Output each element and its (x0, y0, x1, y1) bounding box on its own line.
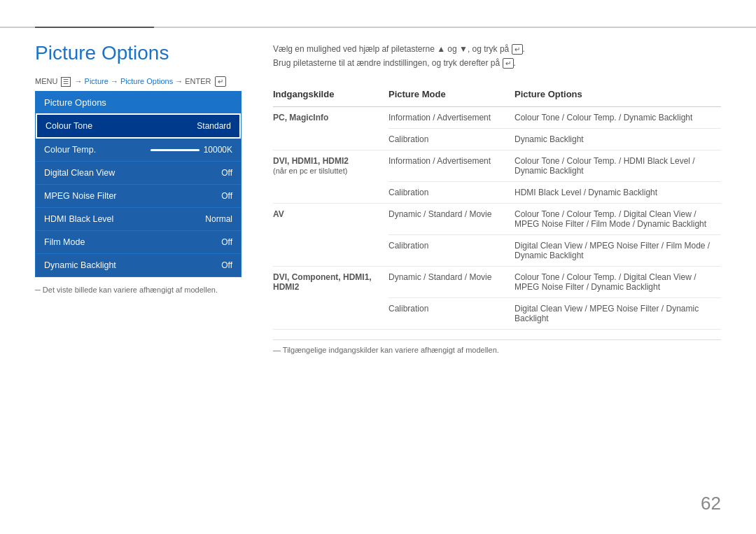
source-name: AV (273, 209, 284, 219)
enter-icon-2: ↵ (503, 58, 514, 69)
source-cell-dvi1: DVI, HDMI1, HDMI2 (når en pc er tilslutt… (273, 150, 388, 203)
table-row: AV Dynamic / Standard / Movie Colour Ton… (273, 203, 721, 234)
mode-cell: Information / Advertisement (388, 150, 514, 181)
menu-item-hdmi-black-level[interactable]: HDMI Black Level Normal (36, 208, 241, 231)
menu-item-film-mode[interactable]: Film Mode Off (36, 231, 241, 254)
source-sub: (når en pc er tilsluttet) (273, 167, 347, 175)
instruction-line2: Brug piletasterne til at ændre indstilli… (273, 56, 721, 70)
menu-item-label: MPEG Noise Filter (44, 191, 117, 201)
mode-cell: Calibration (388, 181, 514, 203)
source-cell-pc: PC, MagicInfo (273, 106, 388, 150)
table-row: PC, MagicInfo Information / Advertisemen… (273, 106, 721, 128)
options-cell: HDMI Black Level / Dynamic Backlight (514, 181, 721, 203)
enter-icon-1: ↵ (512, 44, 523, 55)
menu-item-value: Off (221, 168, 232, 178)
table-row: DVI, Component, HDMI1, HDMI2 Dynamic / S… (273, 266, 721, 297)
menu-box: Picture Options Colour Tone Standard Col… (35, 91, 241, 277)
menu-item-value: Normal (205, 214, 232, 224)
menu-box-title: Picture Options (36, 92, 241, 113)
menu-item-label: HDMI Black Level (44, 214, 113, 224)
header-options: Picture Options (514, 83, 721, 107)
breadcrumb-enter: ENTER (185, 77, 211, 85)
menu-item-value: 10000K (150, 145, 232, 155)
menu-item-dynamic-backlight[interactable]: Dynamic Backlight Off (36, 254, 241, 276)
source-name: DVI, Component, HDMI1, HDMI2 (273, 272, 372, 292)
mode-cell: Calibration (388, 297, 514, 329)
menu-icon: ☰ (61, 77, 71, 87)
menu-item-value: Off (221, 191, 232, 201)
header-source: Indgangskilde (273, 83, 388, 107)
source-cell-av: AV (273, 203, 388, 266)
menu-item-value: Off (221, 260, 232, 270)
menu-item-label: Film Mode (44, 237, 85, 247)
menu-item-colour-tone[interactable]: Colour Tone Standard (36, 113, 241, 139)
menu-item-value: Off (221, 237, 232, 247)
options-cell: Colour Tone / Colour Temp. / Digital Cle… (514, 266, 721, 297)
options-cell: Dynamic Backlight (514, 128, 721, 150)
menu-item-label: Dynamic Backlight (44, 260, 116, 270)
menu-item-mpeg-noise-filter[interactable]: MPEG Noise Filter Off (36, 185, 241, 208)
page-number: 62 (701, 493, 721, 514)
mode-cell: Calibration (388, 234, 514, 266)
temp-bar (150, 149, 200, 151)
table-row: DVI, HDMI1, HDMI2 (når en pc er tilslutt… (273, 150, 721, 181)
menu-item-value: Standard (197, 121, 231, 131)
menu-item-label: Colour Temp. (44, 145, 96, 155)
menu-item-label: Digital Clean View (44, 168, 115, 178)
top-line-accent (35, 27, 154, 28)
breadcrumb-picture: Picture (85, 77, 108, 85)
breadcrumb-menu: MENU (35, 77, 57, 85)
mode-cell: Calibration (388, 128, 514, 150)
options-cell: Colour Tone / Colour Temp. / Dynamic Bac… (514, 106, 721, 128)
menu-item-colour-temp[interactable]: Colour Temp. 10000K (36, 139, 241, 162)
menu-item-digital-clean-view[interactable]: Digital Clean View Off (36, 162, 241, 185)
source-cell-dvi2: DVI, Component, HDMI1, HDMI2 (273, 266, 388, 329)
enter-icon: ↵ (215, 76, 226, 87)
source-name: DVI, HDMI1, HDMI2 (273, 156, 349, 166)
menu-item-label: Colour Tone (46, 121, 92, 131)
options-cell: Colour Tone / Colour Temp. / HDMI Black … (514, 150, 721, 181)
instruction-line1: Vælg en mulighed ved hjælp af piletaster… (273, 42, 721, 56)
options-cell: Digital Clean View / MPEG Noise Filter /… (514, 297, 721, 329)
mode-cell: Dynamic / Standard / Movie (388, 203, 514, 234)
instruction-text: Vælg en mulighed ved hjælp af piletaster… (273, 42, 721, 71)
panel-note: Det viste billede kan variere afhængigt … (35, 286, 241, 294)
table-bottom-note: Tilgængelige indgangskilder kan variere … (273, 339, 721, 354)
source-name: PC, MagicInfo (273, 113, 328, 122)
breadcrumb-picture-options: Picture Options (120, 77, 173, 85)
picture-options-panel: Picture Options Colour Tone Standard Col… (35, 91, 241, 294)
mode-cell: Dynamic / Standard / Movie (388, 266, 514, 297)
header-mode: Picture Mode (388, 83, 514, 107)
mode-cell: Information / Advertisement (388, 106, 514, 128)
right-content: Vælg en mulighed ved hjælp af piletaster… (273, 42, 721, 354)
options-cell: Digital Clean View / MPEG Noise Filter /… (514, 234, 721, 266)
options-table: Indgangskilde Picture Mode Picture Optio… (273, 83, 721, 330)
options-cell: Colour Tone / Colour Temp. / Digital Cle… (514, 203, 721, 234)
